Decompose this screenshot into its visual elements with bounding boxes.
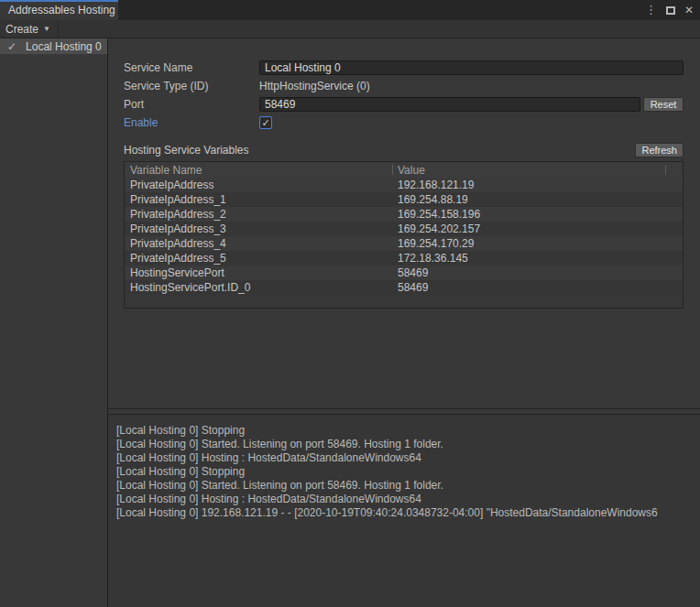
variable-name-cell: PrivateIpAddress_2 (125, 208, 393, 221)
variable-value-cell: 169.254.170.29 (393, 237, 683, 250)
service-name-row: Service Name (124, 59, 684, 77)
variable-value-cell: 172.18.36.145 (393, 252, 683, 265)
variables-table: Variable Name Value PrivateIpAddress192.… (124, 161, 684, 309)
log-line: [Local Hosting 0] Stopping (116, 465, 700, 479)
enable-checkbox[interactable]: ✓ (259, 116, 272, 129)
variables-table-header: Variable Name Value (125, 162, 683, 178)
title-bar: Addressables Hosting ⋮ ✕ (0, 0, 700, 20)
log-line: [Local Hosting 0] 192.168.121.19 - - [20… (116, 506, 700, 520)
tab-addressables-hosting[interactable]: Addressables Hosting (0, 0, 118, 20)
close-icon[interactable]: ✕ (684, 0, 694, 20)
port-label: Port (124, 98, 259, 111)
variable-name-cell: HostingServicePort (125, 266, 393, 279)
table-row[interactable]: PrivateIpAddress_4169.254.170.29 (125, 236, 683, 251)
table-row[interactable]: PrivateIpAddress_3169.254.202.157 (125, 222, 683, 236)
table-row[interactable]: HostingServicePort.ID_058469 (125, 280, 683, 295)
service-type-value: HttpHostingService (0) (259, 80, 370, 92)
maximize-icon[interactable] (666, 6, 675, 15)
services-tree: ✓ Local Hosting 0 (0, 38, 108, 607)
service-type-label: Service Type (ID) (124, 80, 259, 92)
column-header-variable-name: Variable Name (125, 164, 393, 177)
variable-name-cell: PrivateIpAddress_5 (125, 252, 393, 265)
variables-header: Hosting Service Variables Refresh (124, 143, 684, 157)
variable-value-cell: 58469 (393, 281, 683, 294)
variable-value-cell: 169.254.88.19 (393, 193, 683, 206)
port-input[interactable] (259, 97, 640, 112)
column-header-value: Value (393, 164, 683, 177)
refresh-button[interactable]: Refresh (635, 143, 684, 157)
variable-value-cell: 169.254.158.196 (393, 208, 683, 221)
column-divider[interactable] (665, 165, 666, 175)
enable-label[interactable]: Enable (124, 116, 259, 129)
log-line: [Local Hosting 0] Hosting : HostedData/S… (116, 451, 700, 465)
service-name-input[interactable] (259, 60, 684, 75)
variable-name-cell: PrivateIpAddress (125, 179, 393, 191)
create-dropdown-button[interactable]: Create ▼ (0, 20, 59, 38)
variable-name-cell: HostingServicePort.ID_0 (125, 281, 393, 294)
reset-button[interactable]: Reset (643, 97, 684, 112)
log-line: [Local Hosting 0] Hosting : HostedData/S… (116, 493, 700, 506)
service-type-row: Service Type (ID) HttpHostingService (0) (124, 77, 684, 95)
window-menu-icon[interactable]: ⋮ (645, 0, 657, 20)
variable-value-cell: 192.168.121.19 (393, 179, 683, 191)
create-button-label: Create (5, 23, 38, 36)
service-inspector-panel: Service Name Service Type (ID) HttpHosti… (108, 38, 700, 409)
variable-name-cell: PrivateIpAddress_3 (125, 222, 393, 235)
column-divider[interactable] (392, 165, 393, 175)
variables-table-body: PrivateIpAddress192.168.121.19PrivateIpA… (125, 178, 683, 295)
log-line: [Local Hosting 0] Started. Listening on … (116, 479, 700, 493)
variable-value-cell: 58469 (393, 266, 683, 279)
log-line: [Local Hosting 0] Started. Listening on … (116, 438, 700, 451)
hosting-log-panel: [Local Hosting 0] Stopping[Local Hosting… (108, 414, 700, 607)
table-row[interactable]: HostingServicePort58469 (125, 266, 683, 280)
addressables-hosting-window: Addressables Hosting ⋮ ✕ Create ▼ ✓ Loca… (0, 0, 700, 607)
toolbar: Create ▼ (0, 20, 700, 38)
sidebar-item-local-hosting[interactable]: ✓ Local Hosting 0 (0, 38, 107, 54)
checkmark-icon: ✓ (7, 40, 16, 53)
variable-value-cell: 169.254.202.157 (393, 222, 683, 235)
enable-row: Enable ✓ (124, 114, 684, 132)
variable-name-cell: PrivateIpAddress_1 (125, 193, 393, 206)
chevron-down-icon: ▼ (43, 25, 50, 33)
table-row[interactable]: PrivateIpAddress_2169.254.158.196 (125, 207, 683, 222)
table-row[interactable]: PrivateIpAddress_1169.254.88.19 (125, 192, 683, 207)
variable-name-cell: PrivateIpAddress_4 (125, 237, 393, 250)
table-row[interactable]: PrivateIpAddress_5172.18.36.145 (125, 251, 683, 266)
log-line: [Local Hosting 0] Stopping (116, 424, 700, 438)
window-controls: ⋮ ✕ (645, 0, 694, 20)
service-name-label: Service Name (124, 61, 259, 74)
table-row[interactable]: PrivateIpAddress192.168.121.19 (125, 178, 683, 192)
sidebar-item-label: Local Hosting 0 (26, 40, 102, 53)
variables-title: Hosting Service Variables (124, 144, 249, 157)
port-row: Port Reset (124, 95, 684, 114)
